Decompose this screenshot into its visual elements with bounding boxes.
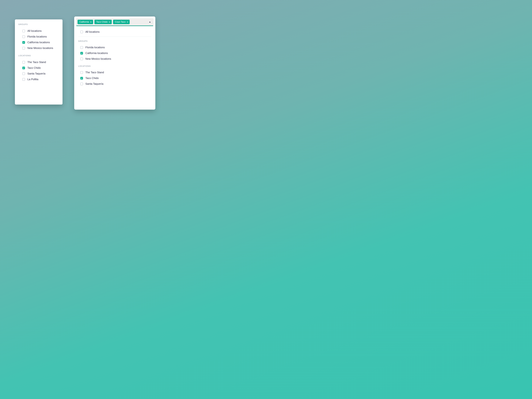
location-row-taco-chido[interactable]: Taco Chido — [18, 65, 59, 71]
close-icon[interactable]: ✕ — [127, 21, 128, 23]
row-label: Florida locations — [85, 46, 105, 49]
row-label: La Pollita — [27, 78, 38, 81]
group-row-new-mexico[interactable]: New Mexico locations — [78, 56, 151, 62]
checkbox[interactable] — [22, 47, 25, 50]
group-row-new-mexico[interactable]: New Mexico locations — [18, 45, 59, 51]
row-label: The Taco Stand — [27, 61, 46, 64]
checkbox[interactable] — [22, 61, 25, 63]
all-locations-row[interactable]: All locations — [78, 29, 151, 35]
filter-panel-multiselect: California ✕ Taco Chido ✕ Coyo Taco ✕ Al… — [74, 17, 155, 110]
filter-panel-simple: GROUPS All locations Florida locations C… — [15, 19, 63, 105]
location-row-santa-taqueria[interactable]: Santa Taquería — [18, 71, 59, 76]
row-label: All locations — [85, 30, 100, 33]
close-icon[interactable]: ✕ — [90, 21, 92, 23]
row-label: The Taco Stand — [85, 71, 104, 74]
checkbox[interactable] — [80, 52, 83, 55]
chip-label: Coyo Taco — [115, 21, 126, 23]
close-icon[interactable]: ✕ — [109, 21, 110, 23]
divider — [78, 37, 151, 37]
group-row-florida[interactable]: Florida locations — [78, 44, 151, 50]
locations-header: LOCATIONS — [78, 65, 151, 67]
dropdown-body: All locations GROUPS Florida locations C… — [76, 26, 153, 87]
chip-taco-chido[interactable]: Taco Chido ✕ — [95, 20, 112, 24]
location-row-taco-chido[interactable]: Taco Chido — [78, 75, 151, 81]
row-label: California locations — [85, 52, 108, 55]
location-row-taco-stand[interactable]: The Taco Stand — [18, 59, 59, 65]
checkbox[interactable] — [22, 72, 25, 75]
row-label: New Mexico locations — [85, 57, 111, 60]
group-row-california[interactable]: California locations — [18, 39, 59, 45]
location-row-taco-stand[interactable]: The Taco Stand — [78, 70, 151, 75]
location-row-la-pollita[interactable]: La Pollita — [18, 76, 59, 82]
checkbox[interactable] — [22, 78, 25, 81]
group-row-california[interactable]: California locations — [78, 50, 151, 56]
selection-chipbar[interactable]: California ✕ Taco Chido ✕ Coyo Taco ✕ — [76, 18, 153, 25]
chip-california[interactable]: California ✕ — [77, 20, 93, 24]
checkbox[interactable] — [80, 77, 83, 80]
groups-header: GROUPS — [78, 40, 151, 42]
row-label: Santa Taquería — [27, 72, 45, 75]
row-label: New Mexico locations — [27, 47, 53, 50]
checkbox[interactable] — [80, 57, 83, 60]
scroll-area: GROUPS All locations Florida locations C… — [18, 23, 59, 105]
location-row-santa-taqueria[interactable]: Santa Taquería — [78, 81, 151, 87]
chip-label: California — [79, 21, 89, 23]
row-label: Florida locations — [27, 35, 47, 38]
chip-coyo-taco[interactable]: Coyo Taco ✕ — [113, 20, 130, 24]
checkbox[interactable] — [22, 30, 25, 32]
row-label: Taco Chido — [27, 66, 41, 70]
groups-header: GROUPS — [18, 23, 59, 25]
checkbox[interactable] — [80, 31, 83, 33]
checkbox[interactable] — [80, 71, 83, 74]
checkbox[interactable] — [22, 41, 25, 44]
row-label: Santa Taquería — [85, 82, 103, 85]
locations-header: LOCATIONS — [18, 54, 59, 57]
caret-up-icon[interactable] — [149, 22, 151, 22]
group-row-all-locations[interactable]: All locations — [18, 28, 59, 34]
checkbox[interactable] — [22, 67, 25, 69]
group-row-florida[interactable]: Florida locations — [18, 34, 59, 39]
row-label: All locations — [27, 29, 42, 32]
checkbox[interactable] — [80, 82, 83, 85]
checkbox[interactable] — [80, 46, 83, 49]
row-label: Taco Chido — [85, 77, 99, 80]
checkbox[interactable] — [22, 35, 25, 38]
chip-label: Taco Chido — [96, 21, 108, 23]
row-label: California locations — [27, 41, 50, 44]
